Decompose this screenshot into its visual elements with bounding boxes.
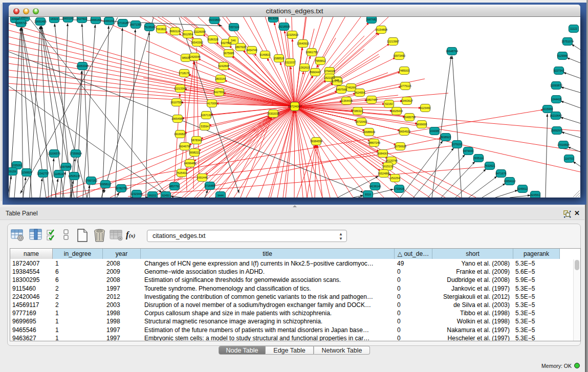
svg-text:7625402: 7625402	[177, 171, 187, 174]
svg-text:924561: 924561	[531, 193, 540, 196]
svg-text:14099489: 14099489	[184, 162, 196, 165]
svg-text:10025433: 10025433	[390, 110, 403, 113]
svg-text:2803144: 2803144	[215, 77, 226, 80]
svg-text:417006: 417006	[207, 102, 216, 105]
svg-text:9699695: 9699695	[417, 123, 427, 126]
svg-text:1691448: 1691448	[197, 176, 208, 179]
svg-text:9316: 9316	[365, 193, 371, 196]
svg-text:21364436: 21364436	[340, 99, 353, 102]
svg-text:10688609: 10688609	[363, 130, 375, 134]
svg-text:12213369: 12213369	[174, 87, 186, 90]
svg-text:62160: 62160	[385, 102, 393, 105]
svg-text:1621072: 1621072	[324, 76, 335, 79]
svg-text:19654983: 19654983	[171, 117, 184, 120]
svg-text:16543362: 16543362	[191, 41, 203, 44]
svg-text:15720407: 15720407	[355, 120, 367, 123]
svg-text:1244415: 1244415	[551, 98, 562, 101]
svg-text:17359924: 17359924	[70, 152, 82, 155]
svg-text:19654923: 19654923	[398, 130, 410, 133]
svg-text:16046798: 16046798	[179, 145, 191, 148]
svg-text:53594: 53594	[201, 125, 209, 128]
svg-text:19218506: 19218506	[278, 25, 290, 28]
svg-text:7357224: 7357224	[229, 26, 239, 29]
svg-text:9444: 9444	[217, 194, 224, 197]
svg-text:1615132: 1615132	[383, 165, 394, 168]
svg-text:1156829: 1156829	[21, 171, 32, 174]
svg-text:19166827: 19166827	[174, 133, 186, 136]
svg-text:9084067: 9084067	[378, 152, 388, 155]
svg-text:9146821: 9146821	[260, 53, 271, 56]
svg-text:16107554: 16107554	[170, 101, 183, 104]
svg-text:15751074: 15751074	[561, 40, 574, 43]
svg-text:14136141: 14136141	[369, 185, 381, 188]
svg-text:7632621: 7632621	[485, 164, 495, 167]
svg-text:15692971: 15692971	[551, 129, 563, 132]
svg-text:7515526: 7515526	[144, 26, 155, 29]
svg-text:6497568: 6497568	[336, 88, 347, 91]
svg-text:20053346: 20053346	[76, 64, 89, 68]
svg-text:2867608: 2867608	[235, 46, 246, 49]
svg-text:1588520: 1588520	[274, 57, 285, 60]
svg-text:1733426: 1733426	[394, 187, 405, 190]
svg-text:23495758: 23495758	[403, 116, 416, 119]
svg-text:16210643: 16210643	[550, 114, 562, 117]
svg-text:26651: 26651	[21, 17, 29, 19]
svg-text:16671355: 16671355	[129, 23, 142, 26]
svg-text:7485003: 7485003	[399, 69, 410, 72]
svg-text:3215958: 3215958	[542, 107, 553, 111]
svg-text:10654112: 10654112	[504, 180, 516, 183]
svg-text:8938923: 8938923	[441, 136, 451, 139]
svg-text:16154808: 16154808	[375, 28, 387, 31]
svg-text:8660124: 8660124	[170, 30, 181, 33]
svg-text:2935114: 2935114	[473, 157, 484, 160]
svg-text:10975867: 10975867	[60, 165, 72, 168]
svg-text:14055724: 14055724	[15, 21, 27, 25]
svg-text:12213967: 12213967	[387, 40, 399, 43]
svg-text:1527602: 1527602	[77, 17, 88, 20]
svg-text:3675685: 3675685	[224, 52, 234, 55]
svg-text:9474444: 9474444	[463, 149, 474, 152]
svg-text:9777169: 9777169	[332, 80, 343, 83]
svg-text:12505135: 12505135	[68, 174, 80, 178]
svg-text:10807487: 10807487	[365, 98, 378, 101]
svg-text:22420046: 22420046	[188, 55, 201, 58]
svg-text:5878342: 5878342	[191, 139, 202, 142]
svg-text:12325419: 12325419	[286, 33, 298, 36]
svg-text:116753: 116753	[564, 157, 574, 160]
svg-text:3716485: 3716485	[205, 184, 215, 187]
svg-text:11122: 11122	[570, 27, 577, 30]
svg-text:10961755: 10961755	[306, 51, 318, 54]
svg-text:6466160: 6466160	[104, 19, 115, 23]
svg-text:164095: 164095	[430, 129, 439, 133]
svg-text:18807249: 18807249	[368, 141, 380, 144]
svg-text:20206576: 20206576	[48, 152, 60, 155]
svg-text:16120746: 16120746	[385, 159, 398, 162]
svg-text:10653267: 10653267	[62, 17, 74, 20]
svg-text:12342737: 12342737	[37, 172, 49, 175]
svg-text:6379197: 6379197	[452, 143, 463, 146]
svg-text:13640910: 13640910	[297, 42, 309, 45]
svg-text:17957253: 17957253	[85, 179, 97, 182]
svg-text:13226058: 13226058	[193, 30, 206, 33]
svg-text:252254: 252254	[390, 177, 400, 180]
svg-text:9242848: 9242848	[219, 64, 229, 68]
svg-text:9327508: 9327508	[221, 41, 232, 45]
svg-text:18724007: 18724007	[288, 104, 302, 108]
svg-text:3624554: 3624554	[355, 91, 365, 94]
svg-text:1362615: 1362615	[299, 66, 310, 69]
svg-text:9245612: 9245612	[517, 187, 528, 190]
svg-text:9115460: 9115460	[420, 106, 431, 110]
svg-text:13463627: 13463627	[401, 99, 413, 102]
svg-text:12323446: 12323446	[130, 192, 143, 195]
svg-text:1335061: 1335061	[12, 164, 23, 167]
svg-text:6466160: 6466160	[91, 18, 101, 21]
svg-text:8454749: 8454749	[247, 49, 257, 52]
svg-text:8427552: 8427552	[214, 91, 225, 94]
svg-text:12775115: 12775115	[399, 84, 411, 87]
svg-text:10719185: 10719185	[117, 21, 129, 25]
svg-text:8813054: 8813054	[268, 17, 279, 20]
svg-text:8471676: 8471676	[496, 172, 507, 175]
svg-text:7663822: 7663822	[156, 28, 167, 31]
svg-text:8990443: 8990443	[310, 71, 321, 74]
svg-text:12093872: 12093872	[550, 84, 562, 87]
